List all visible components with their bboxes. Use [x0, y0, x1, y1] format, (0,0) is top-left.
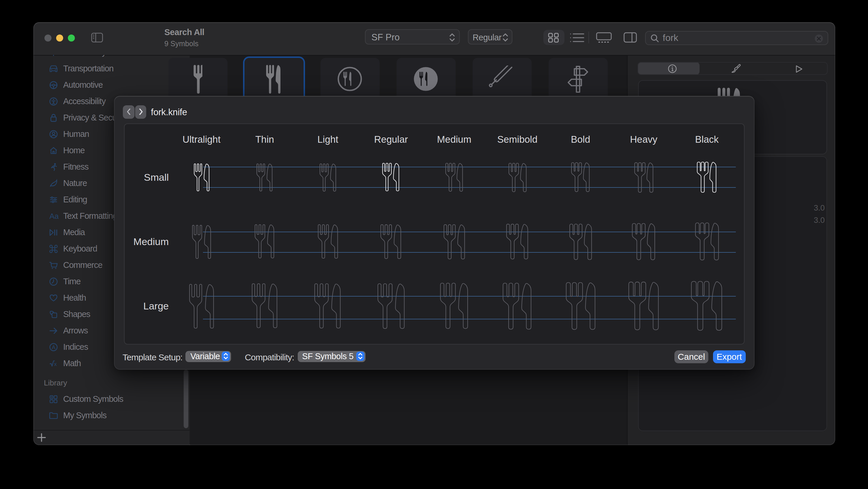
svg-text:x: x [54, 361, 57, 367]
svg-text:Aa: Aa [49, 211, 58, 220]
svg-text:A: A [52, 344, 55, 350]
